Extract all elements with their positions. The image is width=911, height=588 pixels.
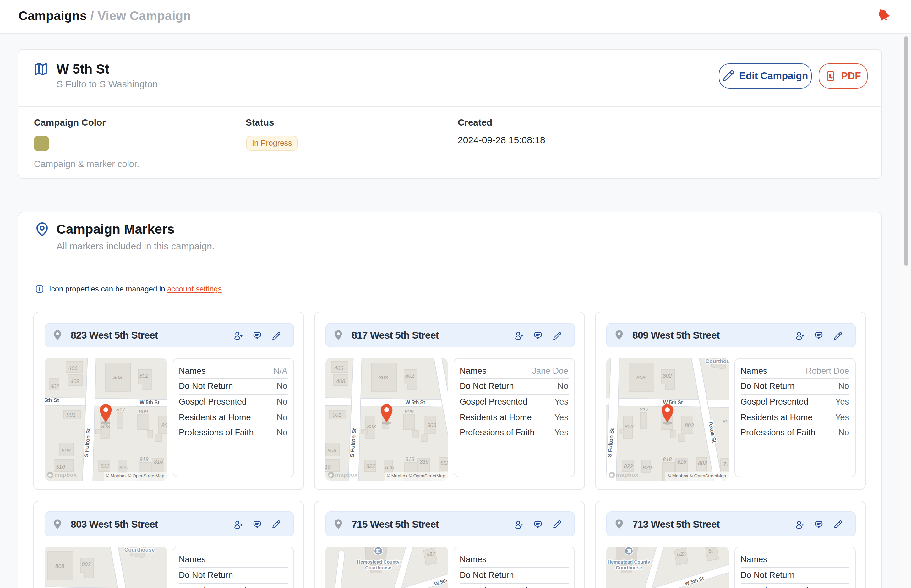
svg-text:816: 816 bbox=[419, 458, 428, 465]
svg-text:Courthouse: Courthouse bbox=[615, 565, 641, 570]
svg-text:820: 820 bbox=[643, 464, 651, 470]
svg-text:818: 818 bbox=[139, 456, 148, 462]
svg-text:818: 818 bbox=[662, 456, 672, 462]
svg-text:W 5th St: W 5th St bbox=[405, 399, 425, 405]
svg-text:822: 822 bbox=[366, 463, 375, 469]
svg-text:802: 802 bbox=[405, 372, 414, 378]
svg-text:902: 902 bbox=[50, 383, 59, 389]
svg-text:808: 808 bbox=[113, 374, 122, 380]
svg-text:822: 822 bbox=[623, 463, 633, 469]
svg-text:816: 816 bbox=[153, 458, 163, 465]
svg-text:Courthouse: Courthouse bbox=[365, 565, 391, 570]
svg-text:809: 809 bbox=[404, 408, 414, 414]
svg-text:817: 817 bbox=[639, 406, 649, 412]
svg-text:510: 510 bbox=[56, 463, 65, 470]
svg-text:820: 820 bbox=[385, 464, 394, 470]
svg-text:408: 408 bbox=[336, 378, 345, 384]
svg-text:802: 802 bbox=[662, 372, 672, 378]
svg-text:808: 808 bbox=[378, 374, 388, 380]
svg-text:901: 901 bbox=[332, 411, 341, 417]
svg-text:508: 508 bbox=[327, 447, 336, 453]
svg-text:61: 61 bbox=[708, 547, 715, 554]
svg-text:823: 823 bbox=[624, 423, 633, 430]
svg-text:406: 406 bbox=[334, 365, 343, 371]
svg-text:820: 820 bbox=[119, 464, 128, 470]
svg-text:508: 508 bbox=[61, 447, 70, 453]
svg-text:823: 823 bbox=[367, 423, 376, 430]
svg-text:406: 406 bbox=[68, 365, 77, 371]
svg-text:816: 816 bbox=[677, 458, 686, 465]
svg-text:71: 71 bbox=[723, 461, 728, 467]
svg-text:802: 802 bbox=[440, 460, 447, 466]
svg-text:803: 803 bbox=[161, 422, 167, 428]
svg-text:Courthouse: Courthouse bbox=[124, 546, 154, 553]
svg-text:80: 80 bbox=[722, 418, 728, 424]
svg-text:W 5th St: W 5th St bbox=[139, 399, 159, 405]
svg-text:901: 901 bbox=[66, 411, 75, 417]
svg-text:817: 817 bbox=[116, 406, 125, 412]
svg-text:822: 822 bbox=[100, 463, 109, 469]
svg-text:Courthouse: Courthouse bbox=[705, 358, 728, 364]
svg-text:818: 818 bbox=[405, 456, 414, 462]
svg-text:802: 802 bbox=[698, 460, 707, 466]
svg-text:Hempstead County: Hempstead County bbox=[607, 559, 650, 564]
svg-text:408: 408 bbox=[70, 378, 79, 384]
svg-text:510: 510 bbox=[325, 463, 331, 470]
svg-text:808: 808 bbox=[636, 374, 645, 380]
svg-text:Hempstead County: Hempstead County bbox=[357, 559, 400, 564]
svg-text:803: 803 bbox=[427, 422, 436, 428]
svg-text:802: 802 bbox=[81, 561, 90, 567]
svg-text:5th St: 5th St bbox=[44, 397, 59, 403]
svg-text:803: 803 bbox=[685, 422, 694, 428]
svg-text:808: 808 bbox=[55, 563, 64, 569]
svg-text:802: 802 bbox=[139, 372, 148, 378]
svg-text:809: 809 bbox=[139, 408, 148, 414]
